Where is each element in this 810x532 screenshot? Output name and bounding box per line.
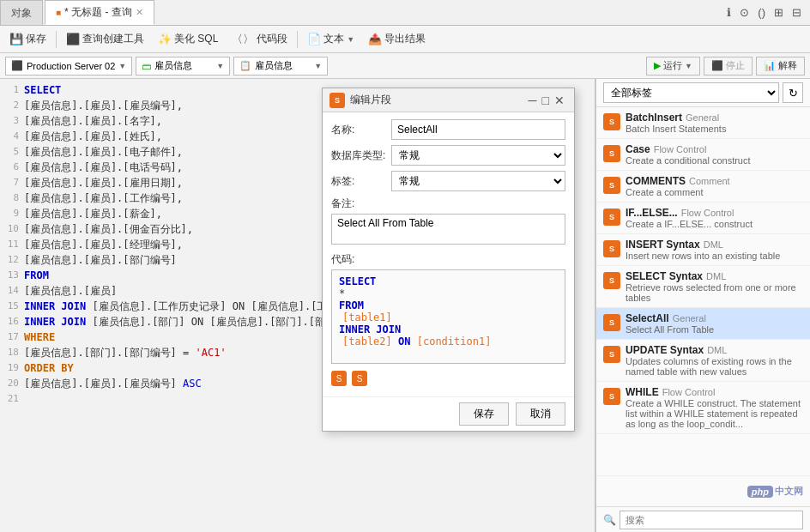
search-icon: 🔍 <box>603 514 616 526</box>
modal-save-button[interactable]: 保存 <box>459 402 509 426</box>
snippet-icon-selectsyntax: S <box>603 272 620 289</box>
code-line-from: FROM <box>339 299 558 311</box>
tab-query[interactable]: ■ * 无标题 - 查询 ✕ <box>45 0 154 25</box>
stop-button[interactable]: ⬛ 停止 <box>704 57 753 76</box>
snippet-title-insert: INSERT Syntax <box>626 239 700 251</box>
tags-select[interactable]: 全部标签 <box>603 82 779 103</box>
main-toolbar: 💾 保存 ⬛ 查询创建工具 ✨ 美化 SQL 〈〉 代码段 📄 文本 ▼ 📤 导… <box>0 26 810 53</box>
db-toolbar: ⬛ Production Server 02 ▼ 🗃 雇员信息 ▼ 📋 雇员信息… <box>0 53 810 79</box>
explain-button[interactable]: 📊 解释 <box>756 57 805 76</box>
snippet-item-selectall[interactable]: S SelectAllGeneral Select All From Table <box>596 308 810 340</box>
run-button[interactable]: ▶ 运行 ▼ <box>646 57 700 76</box>
run-dropdown-icon: ▼ <box>685 62 692 70</box>
monitor-icon[interactable]: ⊟ <box>792 6 801 19</box>
grid-icon[interactable]: ⊞ <box>774 6 783 19</box>
save-icon: 💾 <box>9 33 23 45</box>
snippet-title-update: UPDATE Syntax <box>626 344 704 356</box>
code-line-table1: [table1] <box>339 311 558 323</box>
modal-maximize-button[interactable]: □ <box>540 94 552 107</box>
snippet-item-ifelse[interactable]: S IF...ELSE...Flow Control Create a IF..… <box>596 203 810 234</box>
server-icon: ⬛ <box>11 60 23 71</box>
modal-dbtype-label: 数据库类型: <box>331 148 391 163</box>
parentheses-icon[interactable]: () <box>758 6 765 19</box>
snippet-tag-batchinsert: General <box>686 112 719 123</box>
query-builder-button[interactable]: ⬛ 查询创建工具 <box>60 29 150 49</box>
modal-code-display[interactable]: SELECT * FROM [table1] INNER JOIN [table… <box>331 269 565 364</box>
snippet-icon-case: S <box>603 145 620 162</box>
snippet-item-update[interactable]: S UPDATE SyntaxDML Updates columns of ex… <box>596 340 810 382</box>
db2-select[interactable]: 📋 雇员信息 ▼ <box>233 57 328 76</box>
query-tab-label: * 无标题 - 查询 <box>64 5 132 20</box>
modal-close-button[interactable]: ✕ <box>552 94 567 107</box>
modal-minimize-button[interactable]: ─ <box>526 94 540 107</box>
snippet-item-case[interactable]: S CaseFlow Control Create a conditional … <box>596 139 810 171</box>
query-tab-close-icon[interactable]: ✕ <box>136 7 143 18</box>
beautify-button[interactable]: ✨ 美化 SQL <box>152 29 224 49</box>
modal-dbtype-row: 数据库类型: 常规 <box>331 145 565 166</box>
snippet-icon-batchinsert: S <box>603 113 620 130</box>
modal-note-label: 备注: <box>331 196 565 211</box>
db1-dropdown-icon: ▼ <box>216 62 224 70</box>
snippet-title-comments: COMMENTS <box>626 175 686 187</box>
export-button[interactable]: 📤 导出结果 <box>362 29 432 49</box>
snippet-tag-ifelse: Flow Control <box>681 208 734 218</box>
snippet-tag-comments: Comment <box>689 176 730 186</box>
snippet-item-batchinsert[interactable]: S BatchInsertGeneral Batch Insert Statem… <box>596 107 810 139</box>
edit-snippet-modal: S 编辑片段 ─ □ ✕ 名称: 数据库类型: 常规 标签: <box>322 88 575 432</box>
snippet-tag-case: Flow Control <box>654 144 707 154</box>
info-icon[interactable]: ℹ <box>727 6 731 19</box>
snippet-tag-selectall: General <box>673 313 706 323</box>
remove-snippet-icon[interactable]: S <box>352 371 367 386</box>
snippet-desc-update: Updates columns of existing rows in the … <box>626 356 803 377</box>
snippet-title-selectsyntax: SELECT Syntax <box>626 270 703 282</box>
code-snippet-button[interactable]: 〈〉 代码段 <box>226 29 293 50</box>
settings-icon[interactable]: ⊙ <box>740 6 749 19</box>
modal-name-row: 名称: <box>331 119 565 140</box>
snippet-icon-update: S <box>603 346 620 363</box>
modal-name-input[interactable] <box>391 119 565 140</box>
snippet-title-selectall: SelectAll <box>626 312 669 324</box>
snippet-icon-selectall: S <box>603 314 620 331</box>
toolbar-divider-2 <box>297 31 298 48</box>
modal-code-label: 代码: <box>331 252 565 267</box>
right-panel: 全部标签 ↻ S BatchInsertGeneral Batch Insert… <box>595 79 810 532</box>
snippet-item-comments[interactable]: S COMMENTSComment Create a comment <box>596 171 810 203</box>
php-logo-area: php 中文网 <box>596 475 810 506</box>
modal-tag-label: 标签: <box>331 174 391 189</box>
beautify-icon: ✨ <box>158 33 172 45</box>
db2-dropdown-icon: ▼ <box>314 62 322 70</box>
snippet-item-selectsyntax[interactable]: S SELECT SyntaxDML Retrieve rows selecte… <box>596 266 810 308</box>
modal-dbtype-select[interactable]: 常规 <box>391 145 565 166</box>
text-icon: 📄 <box>307 33 321 45</box>
db1-select[interactable]: 🗃 雇员信息 ▼ <box>136 57 230 76</box>
export-icon: 📤 <box>368 33 382 45</box>
tab-objects[interactable]: 对象 <box>0 0 43 25</box>
snippet-item-while[interactable]: S WHILEFlow Control Create a WHILE const… <box>596 382 810 434</box>
refresh-button[interactable]: ↻ <box>783 82 803 103</box>
modal-header: S 编辑片段 ─ □ ✕ <box>323 88 574 112</box>
snippet-tag-insert: DML <box>704 239 723 250</box>
save-button[interactable]: 💾 保存 <box>3 29 52 49</box>
snippet-title-batchinsert: BatchInsert <box>626 112 682 124</box>
query-builder-icon: ⬛ <box>66 33 80 45</box>
snippet-icon-insert: S <box>603 240 620 257</box>
snippet-item-insert[interactable]: S INSERT SyntaxDML Insert new rows into … <box>596 234 810 266</box>
search-input[interactable] <box>620 511 803 529</box>
objects-tab-label: 对象 <box>11 6 32 21</box>
modal-tag-select[interactable]: 常规 <box>391 171 565 191</box>
modal-buttons: 保存 取消 <box>323 396 574 431</box>
server-select[interactable]: ⬛ Production Server 02 ▼ <box>5 57 132 76</box>
text-button[interactable]: 📄 文本 ▼ <box>301 29 360 49</box>
server-dropdown-icon: ▼ <box>118 62 126 70</box>
modal-note-textarea[interactable]: Select All From Table <box>331 214 565 245</box>
snippet-title-ifelse: IF...ELSE... <box>626 207 678 219</box>
modal-cancel-button[interactable]: 取消 <box>516 402 565 426</box>
code-line-select: SELECT <box>339 275 558 287</box>
snippet-list: S BatchInsertGeneral Batch Insert Statem… <box>596 107 810 475</box>
right-panel-header: 全部标签 ↻ <box>596 79 810 107</box>
search-area: 🔍 <box>596 506 810 532</box>
add-snippet-icon[interactable]: S <box>331 371 347 386</box>
snippet-icon-while: S <box>603 388 620 405</box>
run-icon: ▶ <box>654 60 661 71</box>
snippet-title-while: WHILE <box>626 386 659 398</box>
